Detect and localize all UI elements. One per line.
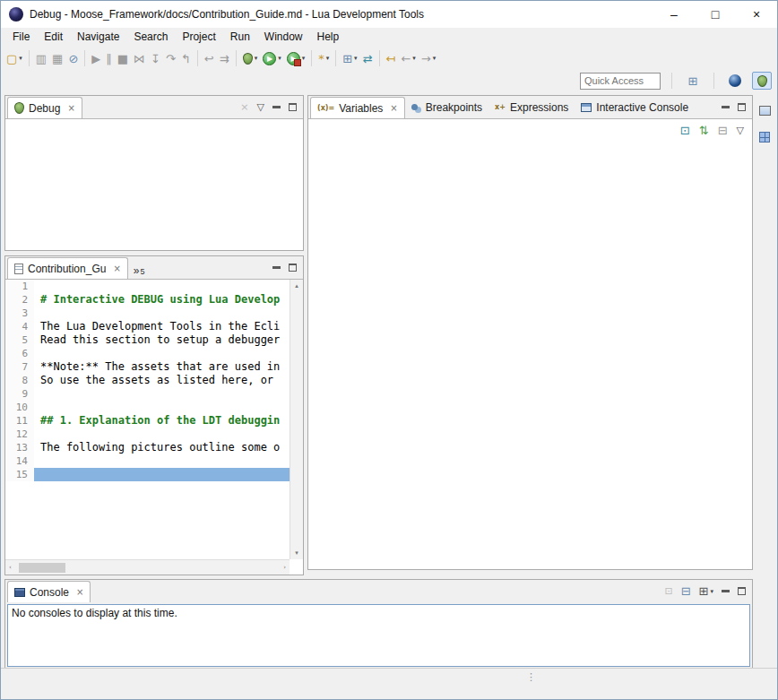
forward-button[interactable]: → ▾ xyxy=(419,48,438,68)
show-logical-structure-icon[interactable]: ⊡ xyxy=(680,125,690,136)
variables-content[interactable] xyxy=(308,142,752,569)
editor-line[interactable]: 9 xyxy=(5,387,290,401)
minimized-outline-button[interactable] xyxy=(756,129,773,145)
quick-access-input[interactable] xyxy=(580,73,661,90)
minimize-button[interactable] xyxy=(272,106,281,108)
window-maximize-button[interactable]: □ xyxy=(695,1,736,28)
step-over-button[interactable]: ↷ xyxy=(163,48,178,68)
view-menu-button[interactable]: ▽ xyxy=(257,101,264,113)
save-button[interactable]: ▥ xyxy=(33,48,49,68)
editor-line[interactable]: 3 xyxy=(5,307,290,320)
editor-line[interactable]: 12 xyxy=(5,428,290,441)
minimize-button[interactable] xyxy=(722,106,730,108)
maximize-button[interactable] xyxy=(289,264,297,272)
editor-line[interactable]: 1 xyxy=(5,280,290,293)
use-step-filters-button[interactable]: ⇉ xyxy=(217,48,232,68)
minimize-button[interactable] xyxy=(272,266,281,269)
line-text xyxy=(34,347,290,360)
view-menu-button[interactable]: ▽ xyxy=(737,125,744,136)
editor-line[interactable]: 11 ## 1. Explanation of the LDT debuggin xyxy=(5,414,290,428)
wand-button[interactable]: * ▾ xyxy=(316,48,332,68)
tab-interactive-console[interactable]: Interactive Console xyxy=(575,96,695,118)
console-content[interactable]: No consoles to display at this time. xyxy=(7,604,750,667)
tab-breakpoints[interactable]: Breakpoints xyxy=(405,96,488,118)
menu-navigate[interactable]: Navigate xyxy=(70,29,126,46)
last-edit-location-icon: ↤ xyxy=(386,53,396,65)
window-minimize-button[interactable]: – xyxy=(653,1,695,28)
step-into-button[interactable]: ↧ xyxy=(148,48,163,68)
pin-editor-button[interactable]: ⇄ xyxy=(360,48,376,68)
menu-search[interactable]: Search xyxy=(126,29,175,46)
editor-line[interactable]: 15 xyxy=(5,468,290,481)
editor-horizontal-scrollbar[interactable]: ‹ › xyxy=(5,559,290,575)
editor-line[interactable]: 8 So use the assets as listed here, or xyxy=(5,374,290,387)
sash-handle[interactable]: ⋮ xyxy=(526,671,536,683)
editor-line[interactable]: 14 xyxy=(5,454,290,468)
editor-line[interactable]: 13 The following pictures outline some o xyxy=(5,441,290,454)
disconnect-button[interactable]: ⋈ xyxy=(131,48,148,68)
scroll-up-icon[interactable]: ▴ xyxy=(295,282,298,290)
editor-line[interactable]: 10 xyxy=(5,401,290,414)
menu-edit[interactable]: Edit xyxy=(37,29,70,46)
line-text xyxy=(34,280,290,293)
menu-project[interactable]: Project xyxy=(175,29,222,46)
tab-console[interactable]: Console × xyxy=(7,581,91,602)
close-icon[interactable]: × xyxy=(67,103,74,113)
tab-variables[interactable]: (x)= Variables × xyxy=(310,97,405,118)
perspective-debug-button[interactable] xyxy=(752,72,772,90)
close-icon[interactable]: × xyxy=(113,264,120,273)
maximize-button[interactable] xyxy=(738,103,746,111)
minimize-button[interactable] xyxy=(722,590,730,592)
debug-button[interactable]: ▾ xyxy=(240,48,261,68)
remove-all-terminated-button[interactable]: × xyxy=(240,101,248,113)
pin-console-icon[interactable]: ⊡ xyxy=(664,585,672,597)
last-edit-location-button[interactable]: ↤ xyxy=(384,48,399,68)
save-all-button[interactable]: ▦ xyxy=(49,48,65,68)
open-console-button[interactable]: ⊞ ▾ xyxy=(699,585,713,597)
editor-line[interactable]: 7 **Note:** The assets that are used in xyxy=(5,360,290,374)
editor-line[interactable]: 4 The Lua Development Tools in the Ecli xyxy=(5,320,290,333)
menu-help[interactable]: Help xyxy=(310,29,347,46)
drop-to-frame-button[interactable]: ↩ xyxy=(202,48,217,68)
resume-button[interactable]: ▶ xyxy=(89,48,103,68)
editor-line[interactable]: 6 xyxy=(5,347,290,360)
window-close-button[interactable]: × xyxy=(736,1,777,28)
menu-window[interactable]: Window xyxy=(257,29,310,46)
hidden-editors-chevron[interactable]: » 5 xyxy=(128,256,151,279)
new-snippet-button[interactable]: ⊞ ▾ xyxy=(340,48,359,68)
external-tools-button[interactable]: ▶ ▾ xyxy=(284,48,308,68)
scroll-left-icon[interactable]: ‹ xyxy=(9,564,12,571)
scrollbar-thumb[interactable] xyxy=(19,563,65,573)
step-over-icon: ↷ xyxy=(166,53,176,65)
step-return-button[interactable]: ↰ xyxy=(178,48,194,68)
console-toolbar: ⊡ ⊟ ⊞ ▾ xyxy=(664,580,752,602)
collapse-all-icon[interactable]: ⊟ xyxy=(718,125,728,136)
editor-text-area[interactable]: 1 2 # Interactive DEBUG using Lua Develo… xyxy=(5,280,290,559)
skip-all-breakpoints-button[interactable]: ⊘ xyxy=(65,48,81,68)
menu-file[interactable]: File xyxy=(5,29,37,46)
terminate-button[interactable]: ■ xyxy=(115,48,131,68)
suspend-button[interactable]: ‖ xyxy=(103,48,115,68)
back-button[interactable]: ← ▾ xyxy=(398,48,418,68)
scroll-right-icon[interactable]: › xyxy=(283,564,286,571)
open-perspective-button[interactable]: ⊞ xyxy=(683,72,703,90)
menu-run[interactable]: Run xyxy=(223,29,257,46)
tab-expressions[interactable]: x+ Expressions xyxy=(488,96,575,118)
debug-view-content[interactable] xyxy=(5,118,303,250)
perspective-ldt-button[interactable] xyxy=(725,72,745,90)
maximize-button[interactable] xyxy=(289,103,297,111)
close-icon[interactable]: × xyxy=(390,103,397,113)
close-icon[interactable]: × xyxy=(76,587,83,597)
editor-line[interactable]: 5 Read this section to setup a debugger xyxy=(5,333,290,347)
tab-contribution-guide[interactable]: Contribution_Gu × xyxy=(7,257,128,279)
scroll-down-icon[interactable]: ▾ xyxy=(295,549,298,557)
maximize-button[interactable] xyxy=(738,587,746,595)
editor-vertical-scrollbar[interactable]: ▴ ▾ xyxy=(290,280,303,559)
display-selected-console-icon[interactable]: ⊟ xyxy=(681,585,691,597)
run-button[interactable]: ▶ ▾ xyxy=(260,48,284,68)
sort-variables-icon[interactable]: ⇅ xyxy=(699,125,709,136)
editor-line[interactable]: 2 # Interactive DEBUG using Lua Develop xyxy=(5,293,290,307)
restore-view-button[interactable] xyxy=(756,102,773,118)
new-button[interactable]: ▢ ▾ xyxy=(4,48,25,68)
tab-debug[interactable]: Debug × xyxy=(7,97,82,118)
